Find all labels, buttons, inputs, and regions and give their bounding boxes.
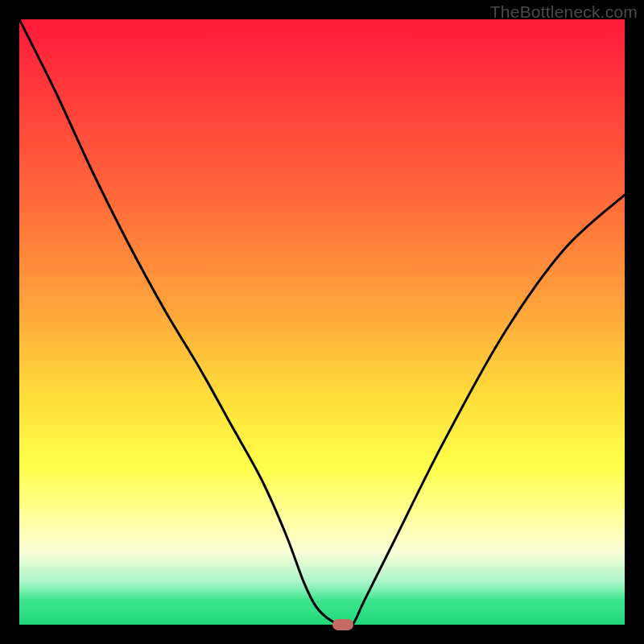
bottleneck-marker	[332, 619, 353, 630]
bottleneck-curve	[19, 19, 625, 625]
chart-plot-area	[19, 19, 625, 625]
